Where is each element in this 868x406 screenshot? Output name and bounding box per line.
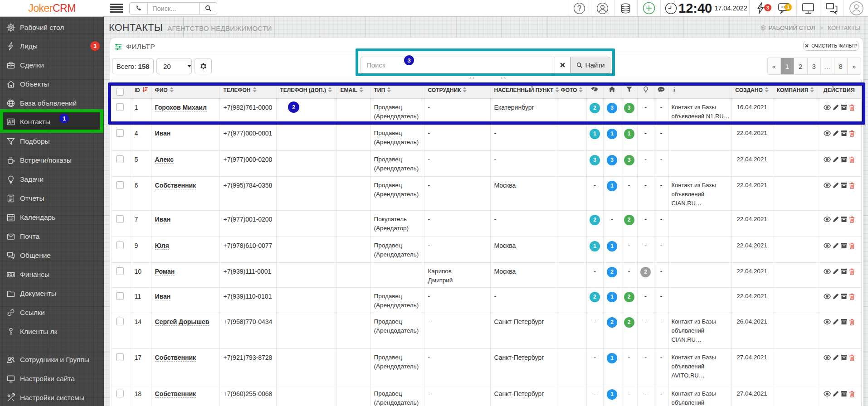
- svg-text:15: 15: [9, 217, 13, 220]
